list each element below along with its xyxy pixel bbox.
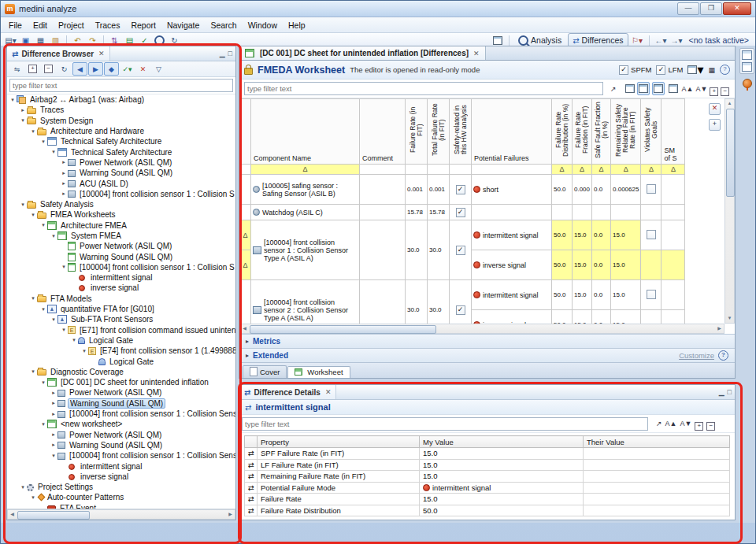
property-column-header[interactable]: Property — [258, 436, 420, 448]
property-row[interactable]: ⇄Failure Rate15.0 — [245, 494, 730, 505]
tree-item[interactable]: ▸ACU (ASIL D) — [7, 178, 235, 188]
tree-item[interactable]: ▾Technical Safety Architecture — [7, 136, 235, 146]
export-table-icon[interactable]: ↗ — [610, 85, 617, 93]
worksheet-row[interactable]: Watchdog (ASIL C)15.7815.78✓ — [240, 205, 685, 220]
expand-all-icon[interactable]: + — [25, 62, 40, 76]
customize-link[interactable]: Customize — [679, 351, 714, 360]
tree-item[interactable]: ▾[100004] front collision sensor 1 : Col… — [7, 450, 235, 461]
details-export-icon[interactable]: ↗ — [656, 420, 662, 427]
col-tfr[interactable]: Total Failure Rate (in FIT) — [428, 99, 450, 165]
extended-section[interactable]: ▸ Extended Customize ? — [239, 348, 735, 362]
tree-item[interactable]: ▾Project Settings — [7, 482, 235, 492]
expanded-arrow-icon[interactable]: ▾ — [60, 264, 68, 270]
filter-outgoing-icon[interactable]: ▶ — [88, 62, 103, 76]
perspective-switcher-icon[interactable] — [491, 35, 504, 46]
expanded-arrow-icon[interactable]: ▾ — [80, 348, 88, 354]
menu-report[interactable]: Report — [125, 19, 161, 31]
worksheet-vscrollbar[interactable]: ▲ ▼ — [724, 98, 735, 324]
property-row[interactable]: ⇄Potential Failure Modeintermittent sign… — [245, 482, 730, 494]
table-layout-icon[interactable]: ▾ — [687, 62, 703, 77]
menu-project[interactable]: Project — [53, 19, 90, 31]
menu-search[interactable]: Search — [205, 19, 242, 31]
close-icon[interactable]: ✕ — [723, 2, 751, 15]
refresh-icon[interactable]: ↻ — [57, 62, 72, 76]
tree-item[interactable]: ▾[DC 001] DC sheet for unintended inflat… — [7, 377, 235, 387]
expanded-arrow-icon[interactable]: ▾ — [50, 453, 57, 459]
autofit-icon[interactable] — [652, 82, 665, 95]
col-sff[interactable]: Safe Fault Fraction (in %) — [592, 99, 611, 165]
close-details-icon[interactable]: ✕ — [325, 388, 332, 396]
col-dist[interactable]: Failure Rate Distribution (in %) — [552, 99, 573, 165]
tree-item[interactable]: ▸[100004] front collision sensor 1 : Col… — [7, 409, 235, 419]
checkbox[interactable] — [647, 184, 656, 194]
col-fr[interactable]: Failure Rate (in FIT) — [406, 99, 428, 165]
menu-edit[interactable]: Edit — [28, 19, 53, 31]
close-editor-icon[interactable]: ✕ — [473, 50, 480, 57]
expanded-arrow-icon[interactable]: ▾ — [39, 379, 47, 386]
details-expand-icon[interactable]: + — [695, 416, 703, 431]
tree-item[interactable]: ▸Power Network (ASIL QM) — [7, 387, 235, 398]
help-icon[interactable]: ? — [720, 65, 730, 75]
collapsed-arrow-icon[interactable]: ▸ — [60, 180, 68, 187]
difference-details-tab[interactable]: ⇄ Difference Details ✕ — [239, 385, 336, 399]
tree-item[interactable]: ▾quantitative FTA for [G010] — [7, 304, 235, 314]
expanded-arrow-icon[interactable]: ▾ — [29, 494, 37, 501]
my-value-column-header[interactable]: My Value — [420, 436, 584, 448]
worksheet-row[interactable]: [100005] safing sensor : Safing Sensor (… — [240, 175, 685, 205]
browser-filter-input[interactable] — [9, 79, 233, 92]
collapsed-arrow-icon[interactable]: ▸ — [50, 411, 57, 417]
expanded-arrow-icon[interactable]: ▾ — [29, 368, 37, 375]
print-icon[interactable]: ▦ — [34, 35, 47, 46]
filter-incoming-icon[interactable]: ◀ — [72, 62, 87, 76]
expanded-arrow-icon[interactable]: ▾ — [50, 149, 57, 155]
property-row[interactable]: ⇄SPF Failure Rate (in FIT)15.0 — [245, 448, 730, 460]
worksheet-row[interactable]: Δ[100004] front collision sensor 1 : Col… — [240, 220, 685, 250]
font-increase-icon[interactable]: A▲ — [682, 85, 694, 93]
menu-file[interactable]: File — [3, 19, 28, 31]
open-view-icon[interactable] — [742, 62, 752, 72]
property-row[interactable]: ⇄Remaining Failure Rate (in FIT)15.0 — [245, 471, 730, 483]
search-icon[interactable] — [153, 35, 166, 46]
forward-icon[interactable]: →▾ — [670, 35, 684, 46]
tree-item[interactable]: Warning Sound (ASIL QM) — [7, 251, 235, 261]
worksheet-row[interactable]: [100004] front collision sensor 2 : Coll… — [240, 280, 685, 310]
save-icon[interactable]: ▣ — [19, 35, 32, 46]
details-collapse-icon[interactable]: − — [706, 416, 715, 431]
tree-item[interactable]: Logical Gate — [7, 356, 235, 366]
property-row[interactable]: ⇄LF Failure Rate (in FIT)15.0 — [245, 459, 730, 471]
menu-navigate[interactable]: Navigate — [161, 19, 205, 31]
metrics-section[interactable]: ▸ Metrics — [239, 334, 735, 348]
tree-item[interactable]: ▸[100004] front collision sensor 1 : Col… — [7, 189, 235, 199]
toggle-columns-icon[interactable] — [625, 82, 635, 96]
tree-item[interactable]: ▾Auto-counter Patterns — [7, 492, 235, 502]
details-font-decrease-icon[interactable]: A▼ — [680, 420, 691, 427]
collapsed-arrow-icon[interactable]: ▸ — [60, 159, 68, 165]
checkbox[interactable]: ✓ — [456, 305, 465, 315]
tree-item[interactable]: ▾Architecture FMEA — [7, 220, 235, 231]
collapse-rows-icon[interactable]: − — [721, 82, 729, 96]
checkbox[interactable] — [647, 230, 656, 239]
spfm-checkbox[interactable]: ✓ SPFM — [619, 65, 651, 75]
tree-item[interactable]: ▾Safety Analysis — [7, 199, 235, 209]
their-value-column-header[interactable]: Their Value — [584, 436, 730, 448]
lfm-checkbox-box[interactable]: ✓ — [656, 65, 665, 75]
collapsed-arrow-icon[interactable]: ▸ — [50, 442, 57, 448]
tree-item[interactable]: ▾Technical Safety Architecture — [7, 146, 235, 157]
collapsed-arrow-icon[interactable]: ▸ — [60, 170, 68, 176]
font-decrease-icon[interactable]: A▼ — [695, 85, 707, 93]
dismiss-icon[interactable]: ✕ — [709, 103, 721, 115]
tree-item[interactable]: ▾[E74] front collision sensor 1 (1.49988… — [7, 346, 235, 356]
menu-traces[interactable]: Traces — [90, 19, 126, 31]
refresh-icon[interactable]: ↻ — [168, 35, 181, 46]
maximize-details-icon[interactable]: □ — [728, 388, 732, 396]
details-font-increase-icon[interactable]: A▲ — [665, 420, 677, 427]
perspective-analysis[interactable]: Analysis — [514, 34, 565, 46]
undo-icon[interactable]: ↶ — [71, 35, 84, 46]
expanded-arrow-icon[interactable]: ▾ — [50, 233, 57, 239]
tree-item[interactable]: ▾[100004] front collision sensor 1 : Col… — [7, 262, 235, 272]
expanded-arrow-icon[interactable]: ▾ — [60, 327, 68, 333]
menu-help[interactable]: Help — [283, 19, 311, 31]
spfm-checkbox-box[interactable]: ✓ — [619, 65, 628, 75]
tree-item[interactable]: ▾System FMEA — [7, 231, 235, 241]
restore-view-icon[interactable] — [742, 50, 752, 60]
